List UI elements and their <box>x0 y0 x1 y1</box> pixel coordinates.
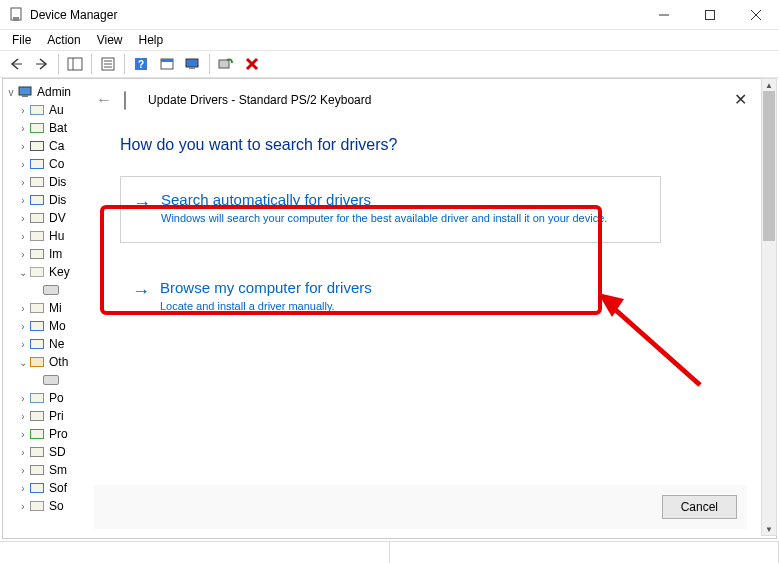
option-browse-computer[interactable]: → Browse my computer for drivers Locate … <box>120 265 661 330</box>
svg-rect-3 <box>706 10 715 19</box>
dialog-close-button[interactable]: ✕ <box>734 90 747 109</box>
close-button[interactable] <box>733 0 779 30</box>
tree-item[interactable]: ›Sof <box>3 479 83 497</box>
minimize-button[interactable] <box>641 0 687 30</box>
svg-rect-23 <box>19 87 31 95</box>
option2-title: Browse my computer for drivers <box>160 279 645 296</box>
arrow-right-icon: → <box>132 279 160 314</box>
tree-item[interactable]: ›Ca <box>3 137 83 155</box>
svg-text:?: ? <box>138 59 144 70</box>
uninstall-button[interactable] <box>240 52 264 76</box>
tree-item[interactable]: ›Dis <box>3 173 83 191</box>
svg-rect-20 <box>219 60 229 68</box>
tree-item[interactable]: ›Pri <box>3 407 83 425</box>
svg-rect-19 <box>189 67 195 69</box>
svg-rect-24 <box>22 95 28 97</box>
svg-rect-17 <box>161 59 173 62</box>
svg-rect-8 <box>68 58 82 70</box>
device-tree[interactable]: vAdmin›Au›Bat›Ca›Co›Dis›Dis›DV›Hu›Im⌄Key… <box>3 79 83 538</box>
tree-item[interactable]: ⌄Key <box>3 263 83 281</box>
menu-bar: File Action View Help <box>0 30 779 50</box>
tree-item[interactable]: ›Ne <box>3 335 83 353</box>
maximize-button[interactable] <box>687 0 733 30</box>
dialog-title: Update Drivers - Standard PS/2 Keyboard <box>148 93 371 107</box>
vertical-scrollbar[interactable]: ▲ ▼ <box>761 78 777 536</box>
tree-item[interactable]: ›Dis <box>3 191 83 209</box>
dialog-question: How do you want to search for drivers? <box>120 136 757 154</box>
cancel-button[interactable]: Cancel <box>662 495 737 519</box>
dialog-back-button[interactable]: ← <box>96 91 124 109</box>
update-driver-dialog: ← Update Drivers - Standard PS/2 Keyboar… <box>84 82 757 535</box>
tree-subitem[interactable] <box>3 371 83 389</box>
tree-item[interactable]: ›SD <box>3 443 83 461</box>
menu-view[interactable]: View <box>89 33 131 47</box>
scan-hw-button[interactable] <box>214 52 238 76</box>
option2-desc: Locate and install a driver manually. <box>160 299 645 314</box>
show-hide-tree-button[interactable] <box>63 52 87 76</box>
scroll-down-arrow[interactable]: ▼ <box>762 523 776 535</box>
status-bar <box>0 541 779 563</box>
back-button[interactable] <box>4 52 28 76</box>
tree-root[interactable]: vAdmin <box>3 83 83 101</box>
option-search-automatically[interactable]: → Search automatically for drivers Windo… <box>120 176 661 243</box>
option1-title: Search automatically for drivers <box>161 191 644 208</box>
help-button[interactable]: ? <box>129 52 153 76</box>
svg-rect-1 <box>13 17 19 21</box>
tree-item[interactable]: ›Hu <box>3 227 83 245</box>
forward-button[interactable] <box>30 52 54 76</box>
tree-item[interactable]: ›Im <box>3 245 83 263</box>
tree-item[interactable]: ⌄Oth <box>3 353 83 371</box>
tree-item[interactable]: ›Pro <box>3 425 83 443</box>
tree-item[interactable]: ›Mo <box>3 317 83 335</box>
tree-item[interactable]: ›Au <box>3 101 83 119</box>
dialog-footer: Cancel <box>94 485 747 529</box>
action-button[interactable] <box>155 52 179 76</box>
title-bar: Device Manager <box>0 0 779 30</box>
tree-item[interactable]: ›Sm <box>3 461 83 479</box>
tree-item[interactable]: ›DV <box>3 209 83 227</box>
menu-help[interactable]: Help <box>131 33 172 47</box>
scroll-up-arrow[interactable]: ▲ <box>762 79 776 91</box>
scroll-thumb[interactable] <box>763 91 775 241</box>
tree-item[interactable]: ›Mi <box>3 299 83 317</box>
monitor-button[interactable] <box>181 52 205 76</box>
window-title: Device Manager <box>30 8 641 22</box>
svg-rect-18 <box>186 59 198 67</box>
tree-item[interactable]: ›Co <box>3 155 83 173</box>
keyboard-icon <box>124 92 140 108</box>
tree-subitem[interactable] <box>3 281 83 299</box>
menu-file[interactable]: File <box>4 33 39 47</box>
toolbar: ? <box>0 50 779 78</box>
option1-desc: Windows will search your computer for th… <box>161 211 644 226</box>
app-icon <box>8 7 24 23</box>
tree-item[interactable]: ›Po <box>3 389 83 407</box>
menu-action[interactable]: Action <box>39 33 88 47</box>
arrow-right-icon: → <box>133 191 161 226</box>
properties-button[interactable] <box>96 52 120 76</box>
tree-item[interactable]: ›Bat <box>3 119 83 137</box>
tree-item[interactable]: ›So <box>3 497 83 515</box>
